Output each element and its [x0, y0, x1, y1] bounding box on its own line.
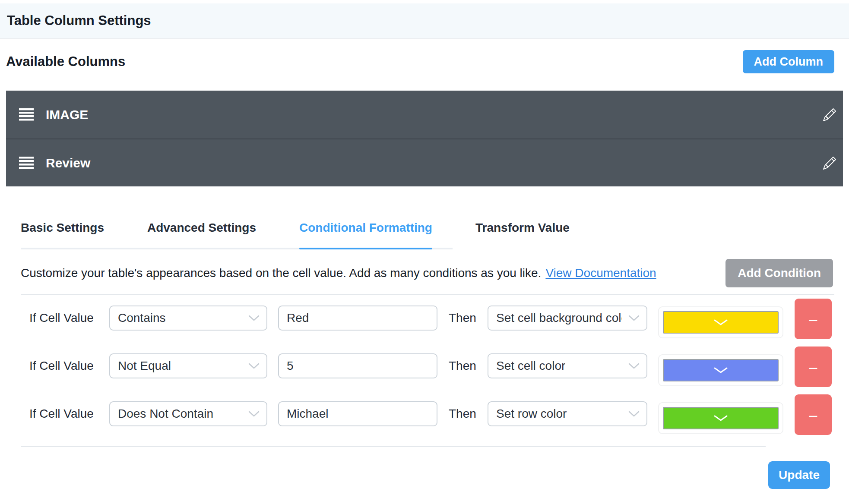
available-columns-title: Available Columns: [6, 54, 125, 69]
tab-transform-value[interactable]: Transform Value: [475, 221, 570, 248]
action-value: Set row color: [496, 407, 567, 421]
remove-condition-button[interactable]: –: [795, 299, 832, 339]
chevron-down-icon: [713, 319, 728, 326]
action-select[interactable]: Set cell color: [488, 353, 647, 378]
update-button[interactable]: Update: [768, 461, 830, 489]
tab-conditional-formatting[interactable]: Conditional Formatting: [299, 221, 432, 248]
divider: [21, 446, 766, 447]
description-text: Customize your table's appearances based…: [21, 266, 541, 280]
action-value: Set cell background color: [496, 311, 622, 325]
chevron-down-icon: [713, 367, 728, 374]
condition-row: If Cell Value Not Equal Then Set cell co…: [21, 353, 843, 378]
chevron-down-icon: [628, 315, 640, 321]
footer-actions: Update: [6, 461, 830, 489]
color-picker-button[interactable]: [658, 402, 783, 434]
drag-handle-icon[interactable]: [19, 157, 34, 169]
tab-advanced-settings[interactable]: Advanced Settings: [147, 221, 256, 248]
column-row-image[interactable]: IMAGE: [6, 91, 843, 139]
column-row-review[interactable]: Review: [6, 139, 843, 186]
chevron-down-icon: [713, 415, 728, 422]
action-select[interactable]: Set row color: [488, 401, 647, 426]
condition-value-input[interactable]: [278, 353, 437, 378]
then-label: Then: [449, 401, 479, 426]
operator-select[interactable]: Does Not Contain: [109, 401, 267, 426]
action-value: Set cell color: [496, 359, 565, 373]
column-label: IMAGE: [46, 107, 88, 122]
color-swatch[interactable]: [663, 407, 779, 429]
conditional-formatting-intro: Customize your table's appearances based…: [21, 259, 843, 287]
condition-rows: If Cell Value Contains Then Set cell bac…: [21, 306, 843, 426]
view-documentation-link[interactable]: View Documentation: [545, 266, 656, 280]
add-column-button[interactable]: Add Column: [743, 50, 834, 73]
operator-select[interactable]: Not Equal: [109, 353, 267, 378]
chevron-down-icon: [248, 411, 260, 417]
chevron-down-icon: [628, 363, 640, 369]
color-swatch[interactable]: [663, 311, 779, 334]
operator-value: Not Equal: [118, 359, 171, 373]
available-columns-header: Available Columns Add Column: [6, 50, 843, 73]
if-cell-value-label: If Cell Value: [21, 306, 109, 331]
color-picker-button[interactable]: [658, 354, 783, 386]
page-header: Table Column Settings: [0, 3, 849, 39]
main-content: Available Columns Add Column IMAGE Revi: [0, 50, 849, 489]
condition-row: If Cell Value Contains Then Set cell bac…: [21, 306, 843, 331]
page-title: Table Column Settings: [7, 13, 151, 28]
chevron-down-icon: [248, 315, 260, 321]
if-cell-value-label: If Cell Value: [21, 353, 109, 378]
remove-condition-button[interactable]: –: [795, 346, 832, 387]
chevron-down-icon: [248, 363, 260, 369]
columns-list: IMAGE Review: [6, 91, 843, 186]
then-label: Then: [449, 306, 479, 331]
divider: [21, 294, 834, 295]
column-label: Review: [46, 156, 90, 170]
edit-pencil-icon[interactable]: [823, 157, 836, 170]
operator-select[interactable]: Contains: [109, 306, 267, 331]
color-picker-button[interactable]: [658, 306, 783, 338]
drag-handle-icon[interactable]: [19, 108, 34, 121]
then-label: Then: [449, 353, 479, 378]
condition-value-input[interactable]: [278, 306, 437, 331]
tab-basic-settings[interactable]: Basic Settings: [21, 221, 104, 248]
chevron-down-icon: [628, 411, 640, 417]
add-condition-button[interactable]: Add Condition: [725, 259, 833, 287]
condition-value-input[interactable]: [278, 401, 437, 426]
color-swatch[interactable]: [663, 359, 779, 381]
action-select[interactable]: Set cell background color: [488, 306, 647, 331]
settings-tabs-area: Basic Settings Advanced Settings Conditi…: [21, 221, 843, 249]
operator-value: Contains: [118, 311, 166, 325]
remove-condition-button[interactable]: –: [795, 394, 832, 435]
condition-row: If Cell Value Does Not Contain Then Set …: [21, 401, 843, 426]
edit-pencil-icon[interactable]: [823, 108, 836, 121]
tab-bar: Basic Settings Advanced Settings Conditi…: [21, 221, 453, 249]
operator-value: Does Not Contain: [118, 407, 213, 421]
if-cell-value-label: If Cell Value: [21, 401, 109, 426]
